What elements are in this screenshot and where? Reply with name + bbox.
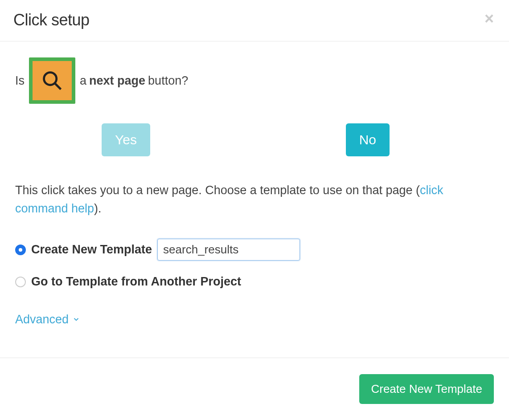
click-setup-modal: Click setup × Is a next page button? Yes… (0, 0, 509, 420)
modal-body: Is a next page button? Yes No This click (0, 41, 509, 358)
target-element-thumbnail (29, 57, 75, 104)
goto-template-label: Go to Template from Another Project (31, 275, 241, 289)
option-goto-template[interactable]: Go to Template from Another Project (15, 275, 494, 289)
modal-footer: Create New Template (0, 358, 509, 420)
advanced-toggle[interactable]: Advanced (15, 313, 80, 326)
description-text: This click takes you to a new page. Choo… (15, 181, 494, 217)
question-text-part3: button? (148, 74, 188, 88)
modal-header: Click setup × (0, 0, 509, 41)
radio-goto-template[interactable] (15, 277, 26, 287)
description-part2: ). (94, 202, 102, 215)
modal-title: Click setup (13, 11, 90, 29)
yes-button[interactable]: Yes (102, 123, 150, 156)
create-new-template-button[interactable]: Create New Template (359, 374, 494, 404)
yes-no-row: Yes No (15, 123, 494, 156)
no-button[interactable]: No (346, 123, 390, 156)
svg-point-0 (44, 73, 57, 85)
template-name-input[interactable] (157, 239, 300, 261)
question-text-part2: a (80, 74, 86, 88)
question-row: Is a next page button? (15, 57, 494, 104)
chevron-down-icon (72, 313, 80, 326)
create-new-template-label: Create New Template (31, 243, 152, 257)
magnifier-icon (33, 61, 72, 100)
svg-line-1 (55, 84, 61, 90)
description-part1: This click takes you to a new page. Choo… (15, 183, 420, 197)
question-text-bold: next page (89, 74, 145, 88)
option-create-new-template[interactable]: Create New Template (15, 239, 494, 261)
close-icon[interactable]: × (483, 11, 496, 27)
advanced-label: Advanced (15, 313, 69, 326)
radio-create-new-template[interactable] (15, 245, 26, 255)
question-text-part1: Is (15, 74, 25, 88)
